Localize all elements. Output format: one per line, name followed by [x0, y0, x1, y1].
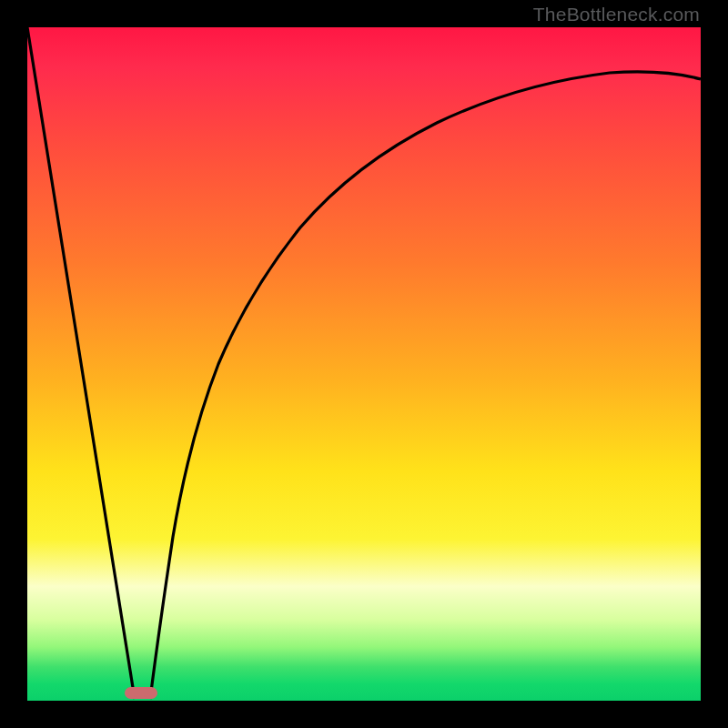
- curve-right-branch: [150, 72, 701, 699]
- plot-area: [27, 27, 701, 701]
- bottleneck-curve: [27, 27, 701, 701]
- watermark-text: TheBottleneck.com: [533, 4, 700, 25]
- curve-left-branch: [27, 27, 135, 699]
- chart-frame: TheBottleneck.com: [0, 0, 728, 728]
- optimal-marker: [125, 687, 157, 699]
